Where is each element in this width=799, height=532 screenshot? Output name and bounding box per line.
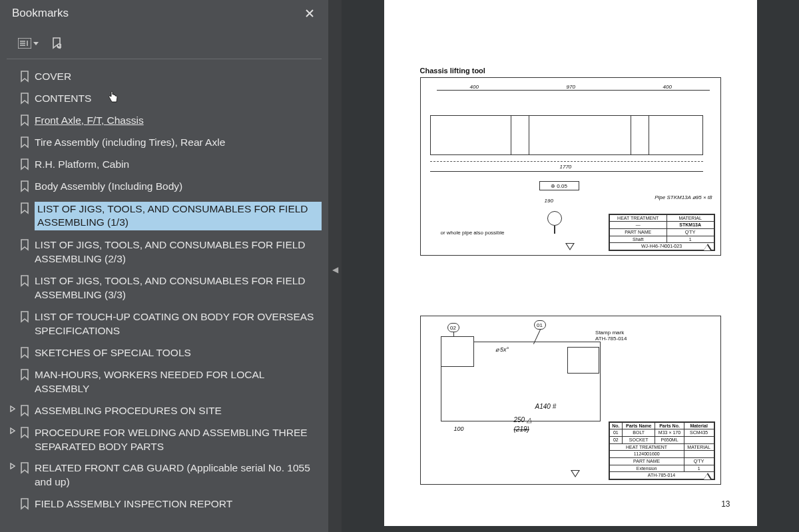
- drawing1-titleblock: HEAT TREATMENT MATERIAL — STKM13A PART N…: [609, 214, 715, 251]
- bookmark-label: ASSEMBLING PROCEDURES ON SITE: [35, 404, 322, 418]
- bookmark-label: CONTENTS: [35, 92, 322, 106]
- bookmark-ribbon-icon: [19, 158, 31, 170]
- projection-symbol-icon: [571, 470, 580, 479]
- bookmark-icon: [20, 311, 29, 323]
- drawing1-subnote: or whole pipe also possible: [441, 230, 505, 236]
- bookmark-label: LIST OF TOUCH-UP COATING ON BODY FOR OVE…: [35, 310, 322, 338]
- handwritten-1: A140 #: [535, 403, 557, 410]
- close-panel-button[interactable]: [300, 4, 319, 23]
- bookmark-item[interactable]: PROCEDURE FOR WELDING AND ASSEMBLING THR…: [5, 422, 326, 458]
- bookmark-icon: [20, 462, 29, 474]
- bookmark-item[interactable]: ASSEMBLING PROCEDURES ON SITE: [5, 400, 326, 422]
- bookmark-label: Tire Assembly (including Tires), Rear Ax…: [35, 136, 322, 150]
- bookmark-item[interactable]: CONTENTS: [5, 88, 326, 110]
- bookmark-ribbon-icon: [19, 239, 31, 251]
- bookmark-item[interactable]: RELATED FRONT CAB GUARD (Applicable seri…: [5, 457, 326, 493]
- handwritten-angle: ⌀ 5x°: [495, 346, 509, 353]
- bookmark-icon: [20, 427, 29, 439]
- expand-chevron-icon[interactable]: [7, 427, 19, 434]
- balloon-01: 01: [534, 320, 546, 330]
- bookmarks-toolbar: [7, 29, 322, 59]
- bookmark-icon: [20, 136, 29, 148]
- bookmark-icon: [20, 115, 29, 127]
- drawing2-figure: 02 01 Stamp mark ATH-785-014 ⌀ 5x° 100 A…: [420, 316, 721, 485]
- bookmark-item[interactable]: LIST OF TOUCH-UP COATING ON BODY FOR OVE…: [5, 306, 326, 342]
- bookmark-icon: [20, 158, 29, 170]
- panel-splitter[interactable]: ◀: [328, 0, 342, 532]
- bookmark-item[interactable]: MAN-HOURS, WORKERS NEEDED FOR LOCAL ASSE…: [5, 364, 326, 400]
- bookmark-label: MAN-HOURS, WORKERS NEEDED FOR LOCAL ASSE…: [35, 368, 322, 396]
- bookmark-label: RELATED FRONT CAB GUARD (Applicable seri…: [35, 461, 322, 489]
- bookmark-icon: [20, 405, 29, 417]
- expand-chevron-icon[interactable]: [7, 463, 19, 469]
- pdf-page: Chassis lifting tool 400 970 400 1770 ⊕ …: [384, 0, 757, 526]
- bookmarks-header: Bookmarks: [0, 0, 328, 25]
- bookmark-ribbon-icon: [19, 347, 31, 359]
- bookmarks-panel: Bookmarks COVERCONTENTSFront Axle, F/T, …: [0, 0, 328, 532]
- dim-100: 100: [454, 425, 464, 432]
- bookmark-label: LIST OF JIGS, TOOLS, AND CONSUMABLES FOR…: [35, 274, 322, 302]
- dim-bottom: 1770: [560, 164, 572, 170]
- collapse-handle-icon: ◀: [332, 263, 338, 276]
- bookmark-item[interactable]: SKETCHES OF SPECIAL TOOLS: [5, 342, 326, 364]
- bookmark-label: R.H. Platform, Cabin: [35, 158, 322, 172]
- expand-chevron-icon[interactable]: [7, 405, 19, 412]
- bookmark-icon: [20, 71, 29, 83]
- bookmark-item[interactable]: LIST OF JIGS, TOOLS, AND CONSUMABLES FOR…: [5, 270, 326, 306]
- bookmark-ribbon-icon: [19, 311, 31, 323]
- bookmark-options-button[interactable]: [16, 35, 33, 52]
- find-bookmark-button[interactable]: [48, 35, 65, 52]
- bookmark-item[interactable]: LIST OF JIGS, TOOLS, AND CONSUMABLES FOR…: [5, 234, 326, 270]
- document-viewport[interactable]: Chassis lifting tool 400 970 400 1770 ⊕ …: [342, 0, 799, 532]
- bookmark-label: PROCEDURE FOR WELDING AND ASSEMBLING THR…: [35, 426, 322, 454]
- drawing1-figure: 400 970 400 1770 ⊕ 0.05 Pipe STKM13A ⌀95…: [420, 77, 721, 256]
- bookmark-ribbon-icon: [19, 369, 31, 381]
- bookmark-ribbon-icon: [19, 115, 31, 127]
- bookmark-icon: [20, 180, 29, 192]
- balloon-02: 02: [447, 323, 459, 332]
- bookmark-ribbon-icon: [19, 202, 31, 214]
- drawing1-title: Chassis lifting tool: [420, 67, 737, 75]
- drawing2-titleblock: No. Parts Name Parts No. Material 01 BOL…: [609, 421, 715, 481]
- dim-tolerance: ⊕ 0.05: [539, 181, 579, 190]
- bookmark-ribbon-icon: [19, 275, 31, 287]
- bookmark-item[interactable]: Front Axle, F/T, Chassis: [5, 110, 326, 132]
- bookmark-item[interactable]: R.H. Platform, Cabin: [5, 154, 326, 176]
- bookmarks-title: Bookmarks: [12, 7, 69, 20]
- bookmark-ribbon-icon: [19, 462, 31, 474]
- bookmark-item[interactable]: FIELD ASSEMBLY INSPECTION REPORT: [5, 493, 326, 515]
- bookmark-ribbon-icon: [19, 427, 31, 439]
- dim-top-3: 400: [663, 84, 672, 90]
- bookmark-item[interactable]: COVER: [5, 66, 326, 88]
- bookmark-label: SKETCHES OF SPECIAL TOOLS: [35, 346, 322, 360]
- bookmark-ribbon-icon: [19, 71, 31, 83]
- handwritten-2: 250 △: [514, 416, 532, 423]
- projection-symbol-icon: [565, 243, 575, 252]
- bookmark-label: COVER: [35, 70, 322, 84]
- dim-top-2: 970: [567, 84, 575, 90]
- stamp-mark-note: Stamp mark ATH-785-014: [595, 330, 627, 342]
- bookmark-list: COVERCONTENTSFront Axle, F/T, ChassisTir…: [0, 59, 328, 515]
- list-icon: [18, 38, 31, 49]
- close-icon: [304, 8, 315, 19]
- pipe-material-note: Pipe STKM13A ⌀95 × t8: [655, 194, 712, 200]
- bookmark-ribbon-icon: [19, 405, 31, 417]
- bookmark-label: LIST OF JIGS, TOOLS, AND CONSUMABLES FOR…: [35, 238, 322, 266]
- handwritten-3: (219): [514, 425, 529, 433]
- bookmark-label: Front Axle, F/T, Chassis: [35, 114, 322, 128]
- bookmark-icon: [20, 347, 29, 359]
- bookmark-label: LIST OF JIGS, TOOLS, AND CONSUMABLES FOR…: [35, 202, 322, 231]
- bookmark-icon: [20, 275, 29, 287]
- bookmark-ribbon-icon: [19, 498, 31, 510]
- bookmark-ribbon-icon: [19, 136, 31, 148]
- bookmark-ribbon-icon: [19, 93, 31, 105]
- bookmark-icon: [20, 93, 29, 105]
- bookmark-label: Body Assembly (Including Body): [35, 180, 322, 194]
- bookmark-icon: [20, 239, 29, 251]
- bookmark-item[interactable]: LIST OF JIGS, TOOLS, AND CONSUMABLES FOR…: [5, 198, 326, 235]
- bookmark-ribbon-icon: [19, 180, 31, 192]
- bookmark-label: FIELD ASSEMBLY INSPECTION REPORT: [35, 497, 322, 511]
- page-number: 13: [721, 499, 730, 509]
- bookmark-item[interactable]: Tire Assembly (including Tires), Rear Ax…: [5, 132, 326, 154]
- bookmark-item[interactable]: Body Assembly (Including Body): [5, 176, 326, 198]
